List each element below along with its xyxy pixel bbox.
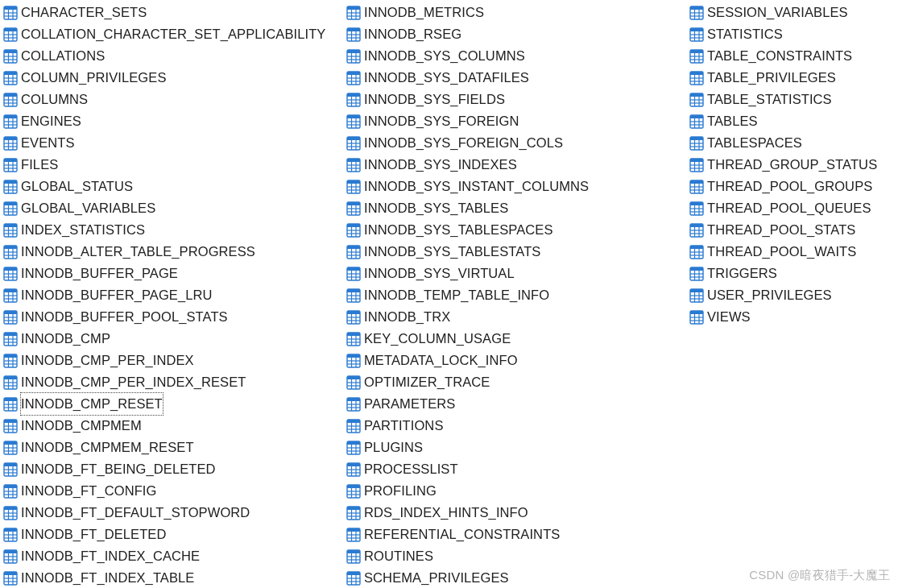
table-icon (346, 180, 361, 194)
table-item[interactable]: TABLE_STATISTICS (689, 89, 877, 110)
table-item[interactable]: INNODB_SYS_INSTANT_COLUMNS (346, 176, 589, 197)
table-item-label: INNODB_SYS_DATAFILES (364, 67, 529, 89)
table-item[interactable]: INNODB_SYS_COLUMNS (346, 45, 589, 67)
table-item[interactable]: INNODB_FT_INDEX_CACHE (3, 545, 325, 567)
table-item-label: GLOBAL_STATUS (21, 176, 133, 197)
table-item[interactable]: PLUGINS (346, 437, 589, 458)
svg-rect-361 (690, 50, 703, 53)
table-icon (346, 71, 361, 85)
table-item[interactable]: TABLE_CONSTRAINTS (689, 45, 877, 67)
table-item[interactable]: PARTITIONS (346, 415, 589, 437)
table-item[interactable]: INNODB_SYS_TABLES (346, 197, 589, 219)
table-item[interactable]: INDEX_STATISTICS (3, 219, 325, 241)
table-icon (346, 332, 361, 346)
table-item[interactable]: PROFILING (346, 480, 589, 502)
table-item-label: COLUMNS (21, 89, 88, 110)
table-item[interactable]: INNODB_FT_DEFAULT_STOPWORD (3, 502, 325, 524)
table-item-label: TABLES (707, 110, 758, 132)
table-item[interactable]: CHARACTER_SETS (3, 2, 325, 23)
table-item[interactable]: THREAD_POOL_WAITS (689, 241, 877, 263)
table-item[interactable]: GLOBAL_STATUS (3, 176, 325, 197)
table-item[interactable]: PROCESSLIST (346, 458, 589, 480)
table-item[interactable]: METADATA_LOCK_INFO (346, 350, 589, 371)
table-item-label: THREAD_GROUP_STATUS (707, 154, 877, 176)
table-item[interactable]: INNODB_BUFFER_PAGE (3, 263, 325, 284)
table-item[interactable]: INNODB_SYS_FIELDS (346, 89, 589, 110)
table-item-label: KEY_COLUMN_USAGE (364, 328, 511, 350)
table-item-label: ROUTINES (364, 545, 433, 567)
table-icon (346, 354, 361, 368)
table-item[interactable]: INNODB_CMP_RESET (3, 393, 325, 415)
table-item[interactable]: THREAD_POOL_QUEUES (689, 197, 877, 219)
table-item[interactable]: INNODB_SYS_FOREIGN (346, 110, 589, 132)
table-item[interactable]: INNODB_RSEG (346, 23, 589, 45)
table-item[interactable]: INNODB_FT_BEING_DELETED (3, 458, 325, 480)
table-item[interactable]: EVENTS (3, 132, 325, 154)
table-icon (689, 136, 704, 151)
table-item[interactable]: RDS_INDEX_HINTS_INFO (346, 502, 589, 524)
table-item[interactable]: REFERENTIAL_CONSTRAINTS (346, 524, 589, 545)
svg-rect-181 (347, 28, 360, 31)
table-item-label: TABLE_PRIVILEGES (707, 67, 836, 89)
table-item[interactable]: FILES (3, 154, 325, 176)
table-item[interactable]: INNODB_SYS_DATAFILES (346, 67, 589, 89)
table-item[interactable]: THREAD_POOL_STATS (689, 219, 877, 241)
table-item-label: INNODB_SYS_VIRTUAL (364, 263, 515, 284)
table-item-label: INNODB_FT_INDEX_TABLE (21, 567, 194, 588)
table-item-label: THREAD_POOL_QUEUES (707, 197, 871, 219)
table-item[interactable]: SESSION_VARIABLES (689, 2, 877, 23)
table-item[interactable]: INNODB_BUFFER_POOL_STATS (3, 306, 325, 328)
table-icon (689, 223, 704, 238)
table-item[interactable]: INNODB_SYS_FOREIGN_COLS (346, 132, 589, 154)
table-icon (346, 245, 361, 259)
table-icon (3, 310, 18, 325)
table-item-label: PARAMETERS (364, 393, 455, 415)
svg-rect-37 (4, 137, 17, 140)
table-item[interactable]: INNODB_FT_DELETED (3, 524, 325, 545)
table-item[interactable]: SCHEMA_PRIVILEGES (346, 567, 589, 588)
table-item[interactable]: INNODB_SYS_TABLESPACES (346, 219, 589, 241)
table-item[interactable]: INNODB_METRICS (346, 2, 589, 23)
table-item[interactable]: THREAD_GROUP_STATUS (689, 154, 877, 176)
table-item[interactable]: OPTIMIZER_TRACE (346, 371, 589, 393)
table-item[interactable]: ROUTINES (346, 545, 589, 567)
table-item[interactable]: INNODB_FT_INDEX_TABLE (3, 567, 325, 588)
table-item[interactable]: STATISTICS (689, 23, 877, 45)
table-item[interactable]: INNODB_CMP (3, 328, 325, 350)
table-item[interactable]: INNODB_SYS_TABLESTATS (346, 241, 589, 263)
table-item[interactable]: USER_PRIVILEGES (689, 284, 877, 306)
table-item[interactable]: TRIGGERS (689, 263, 877, 284)
table-item-label: STATISTICS (707, 23, 783, 45)
svg-rect-109 (4, 398, 17, 401)
table-item-label: INNODB_FT_DEFAULT_STOPWORD (21, 502, 250, 524)
table-item[interactable]: THREAD_POOL_GROUPS (689, 176, 877, 197)
table-item[interactable]: KEY_COLUMN_USAGE (346, 328, 589, 350)
table-item[interactable]: COLLATION_CHARACTER_SET_APPLICABILITY (3, 23, 325, 45)
table-item[interactable]: INNODB_CMP_PER_INDEX_RESET (3, 371, 325, 393)
svg-rect-199 (347, 93, 360, 97)
table-item[interactable]: INNODB_SYS_INDEXES (346, 154, 589, 176)
table-item-label: INNODB_SYS_TABLES (364, 197, 508, 219)
table-item[interactable]: INNODB_CMP_PER_INDEX (3, 350, 325, 371)
table-item[interactable]: PARAMETERS (346, 393, 589, 415)
table-item[interactable]: TABLE_PRIVILEGES (689, 67, 877, 89)
table-item[interactable]: INNODB_SYS_VIRTUAL (346, 263, 589, 284)
svg-rect-97 (4, 354, 17, 358)
table-icon (3, 93, 18, 107)
table-item[interactable]: INNODB_BUFFER_PAGE_LRU (3, 284, 325, 306)
table-item[interactable]: ENGINES (3, 110, 325, 132)
table-item[interactable]: INNODB_FT_CONFIG (3, 480, 325, 502)
table-item[interactable]: TABLESPACES (689, 132, 877, 154)
table-item[interactable]: COLUMNS (3, 89, 325, 110)
table-item[interactable]: INNODB_TEMP_TABLE_INFO (346, 284, 589, 306)
table-item[interactable]: INNODB_CMPMEM (3, 415, 325, 437)
table-item[interactable]: INNODB_ALTER_TABLE_PROGRESS (3, 241, 325, 263)
table-item[interactable]: TABLES (689, 110, 877, 132)
table-item[interactable]: COLLATIONS (3, 45, 325, 67)
table-item[interactable]: INNODB_TRX (346, 306, 589, 328)
table-item[interactable]: GLOBAL_VARIABLES (3, 197, 325, 219)
table-item[interactable]: INNODB_CMPMEM_RESET (3, 437, 325, 458)
table-item[interactable]: VIEWS (689, 306, 877, 328)
table-item[interactable]: COLUMN_PRIVILEGES (3, 67, 325, 89)
table-icon (346, 397, 361, 412)
